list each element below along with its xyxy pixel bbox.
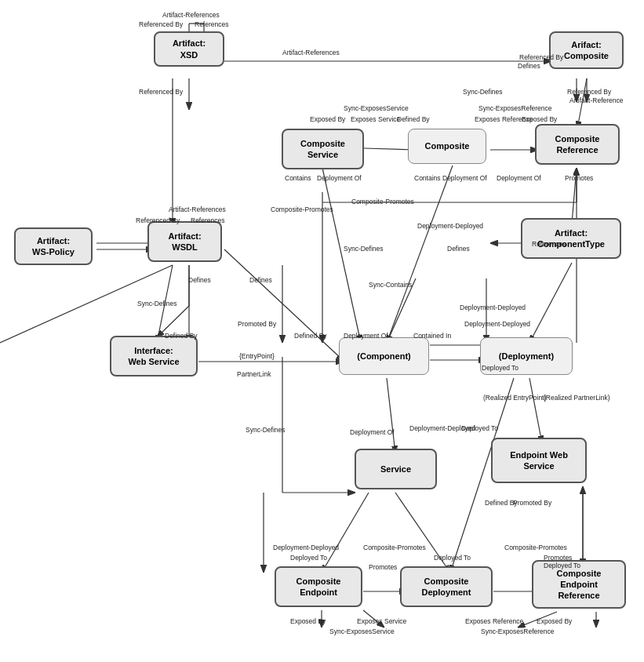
node-composite-reference: Composite Reference xyxy=(535,124,620,165)
label-composite-promotes-3: Composite-Promotes xyxy=(363,544,426,551)
label-deployed-to-3: Deployed To xyxy=(290,554,327,562)
svg-line-15 xyxy=(387,166,453,343)
label-realized-partnerlink: (Realized PartnerLink) xyxy=(544,394,610,402)
label-sync-defines-3: Sync-Defines xyxy=(344,245,384,253)
node-artifact-wsdl: Artifact: WSDL xyxy=(147,221,222,262)
label-defines-1: Defines xyxy=(518,62,540,70)
label-deployment-of-1: Deployment Of xyxy=(317,174,362,182)
label-composite-promotes-1: Composite-Promotes xyxy=(351,198,414,206)
node-service: Service xyxy=(355,449,437,489)
label-defined-by-3: Defined By xyxy=(294,332,327,340)
label-deployment-of-4: Deployment Of xyxy=(344,332,388,340)
label-deployment-deployed-1: Deployment-Deployed xyxy=(417,222,483,230)
label-sync-exposes-service: Sync-ExposesService xyxy=(344,104,409,112)
node-artifact-xsd: Artifact: XSD xyxy=(154,31,224,67)
label-exposed-by-1: Exposed By xyxy=(310,115,345,123)
label-defines-3: Defines xyxy=(249,276,272,284)
label-deployed-to-2: Deployed To xyxy=(461,424,498,432)
label-artifact-ref-horizontal: Artifact-References xyxy=(282,49,340,56)
label-defines-2: Defines xyxy=(188,276,211,284)
label-references-2: References xyxy=(191,216,224,224)
label-defined-by-1: Defined By xyxy=(397,115,430,123)
label-sync-exposes-ref: Sync-ExposesReference xyxy=(478,104,552,112)
node-artifact-composite-label: Arifact: Composite xyxy=(564,39,609,62)
label-deployment-deployed-5: Deployment-Deployed xyxy=(273,544,339,551)
node-composite-service-label: Composite Service xyxy=(300,138,345,161)
label-exposes-service-2: Exposes Service xyxy=(357,617,406,625)
label-realized-entrypoint: (Realized EntryPoint) xyxy=(483,394,546,402)
node-artifact-wsdl-label: Artifact: WSDL xyxy=(168,231,201,253)
svg-line-29 xyxy=(387,378,395,453)
label-deployment-of-5: Deployment Of xyxy=(350,428,395,436)
node-composite-deployment: Composite Deployment xyxy=(400,566,493,607)
node-composite: Composite xyxy=(408,129,486,164)
label-entrypoint: {EntryPoint} xyxy=(239,352,275,360)
label-deployment-deployed-3: Deployment-Deployed xyxy=(464,320,530,328)
label-references-3: References xyxy=(532,240,566,248)
node-component-label: (Component) xyxy=(357,351,410,362)
node-artifact-composite: Arifact: Composite xyxy=(549,31,624,69)
label-deployed-to-5: Deployed To xyxy=(544,562,580,569)
label-promoted-by-2: Promoted By xyxy=(513,499,551,507)
node-artifact-componenttype: Artifact: ComponentType xyxy=(521,218,621,259)
label-sync-exposes-ref-2: Sync-ExposesReference xyxy=(481,627,555,635)
label-exposed-by-4: Exposed By xyxy=(537,617,572,625)
label-deployed-to-4: Deployed To xyxy=(434,554,471,562)
svg-line-10 xyxy=(224,249,344,361)
label-referenced-by-2: Referenced By xyxy=(139,88,183,96)
label-deployed-to-1: Deployed To xyxy=(482,364,518,372)
label-references-1: References xyxy=(195,20,228,28)
node-composite-endpoint: Composite Endpoint xyxy=(275,566,362,607)
label-composite-promotes-4: Composite-Promotes xyxy=(504,544,567,551)
label-partnerlink: PartnerLink xyxy=(237,370,271,378)
label-exposed-by-3: Exposed By xyxy=(290,617,326,625)
label-exposed-by-2: Exposed By xyxy=(522,115,557,123)
label-contains-2: Contains xyxy=(414,174,441,182)
label-composite-promotes-2: Composite-Promotes xyxy=(271,206,333,213)
label-sync-defines-4: Sync-Defines xyxy=(246,426,286,434)
node-service-label: Service xyxy=(380,464,411,475)
label-defined-by-2: Defined By xyxy=(165,332,198,340)
label-contains-1: Contains xyxy=(285,174,311,182)
label-sync-defines-2: Sync-Defines xyxy=(137,300,177,307)
label-artifact-reference: Artifact-Reference xyxy=(569,96,624,104)
node-composite-endpoint-label: Composite Endpoint xyxy=(297,576,341,598)
label-deployment-deployed-2: Deployment-Deployed xyxy=(460,304,526,311)
node-composite-endpoint-ref-label: Composite Endpoint Reference xyxy=(557,568,602,602)
label-defines-4: Defines xyxy=(447,245,470,253)
label-deployment-of-3: Deployment Of xyxy=(497,174,541,182)
label-sync-exposes-service-2: Sync-ExposesService xyxy=(329,627,395,635)
node-composite-service: Composite Service xyxy=(282,129,364,169)
node-interface-webservice-label: Interface: Web Service xyxy=(128,345,179,368)
node-deployment-label: (Deployment) xyxy=(499,351,554,362)
label-artifact-references-top: Artifact-References xyxy=(162,11,220,19)
label-deployment-of-2: Deployment Of xyxy=(442,174,487,182)
label-promotes-3: Promotes xyxy=(544,554,572,562)
node-composite-label: Composite xyxy=(425,140,470,151)
label-exposes-reference-2: Exposes Reference xyxy=(465,617,523,625)
label-sync-defines-1: Sync-Defines xyxy=(463,88,503,96)
node-component: (Component) xyxy=(339,337,429,375)
node-endpoint-webservice: Endpoint Web Service xyxy=(491,438,587,483)
node-endpoint-webservice-label: Endpoint Web Service xyxy=(510,449,568,472)
label-promotes-1: Promotes xyxy=(565,174,593,182)
diagram-container: Artifact: XSD Arifact: Composite Composi… xyxy=(0,0,644,662)
label-sync-contains: Sync-Contains xyxy=(369,281,412,289)
label-artifact-references-2: Artifact-References xyxy=(169,206,226,213)
node-composite-deployment-label: Composite Deployment xyxy=(422,576,471,598)
svg-line-16 xyxy=(322,168,361,343)
node-artifact-wspolicy: Artifact: WS-Policy xyxy=(14,227,93,265)
node-interface-webservice: Interface: Web Service xyxy=(110,336,198,376)
node-artifact-xsd-label: Artifact: XSD xyxy=(173,38,206,60)
label-exposes-service: Exposes Service xyxy=(351,115,400,123)
svg-line-31 xyxy=(529,378,542,443)
label-promotes-2: Promotes xyxy=(369,563,397,571)
label-promoted-by: Promoted By xyxy=(238,320,276,328)
label-referenced-by-5: Referenced By xyxy=(136,216,180,224)
node-composite-reference-label: Composite Reference xyxy=(555,133,600,156)
label-referenced-by-4: Referenced By xyxy=(567,88,611,96)
svg-line-25 xyxy=(529,263,572,343)
svg-line-32 xyxy=(322,493,369,573)
label-contained-in: Contained In xyxy=(413,332,451,340)
label-referenced-by-3: Referenced By xyxy=(519,53,563,61)
